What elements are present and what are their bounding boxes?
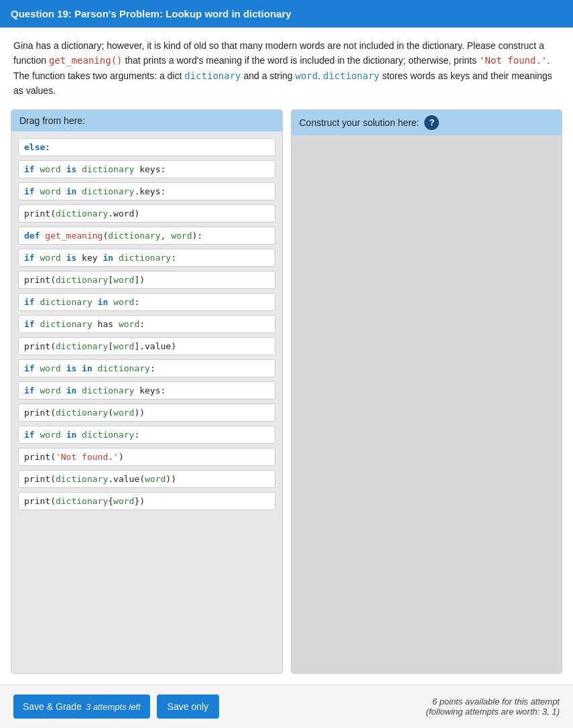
code-block-4[interactable]: def get_meaning(dictionary, word): — [18, 227, 275, 245]
code-block-14[interactable]: print('Not found.') — [18, 448, 275, 466]
code-block-2[interactable]: if word in dictionary.keys: — [18, 182, 275, 200]
code-block-10[interactable]: if word is in dictionary: — [18, 359, 275, 377]
drag-panel: Drag from here: else: if word is diction… — [11, 109, 283, 674]
code-block-15[interactable]: print(dictionary.value(word)) — [18, 470, 275, 488]
code-block-5[interactable]: if word is key in dictionary: — [18, 249, 275, 267]
desc-code1: get_meaning() — [49, 55, 123, 66]
save-grade-label: Save & Grade — [23, 701, 82, 712]
drag-panel-title: Drag from here: — [19, 115, 85, 126]
code-block-13[interactable]: if word in dictionary: — [18, 426, 275, 444]
solution-panel-title: Construct your solution here: — [300, 117, 420, 128]
desc-text5: . — [318, 70, 323, 81]
code-block-8[interactable]: if dictionary has word: — [18, 315, 275, 333]
question-description: Gina has a dictionary; however, it is ki… — [0, 27, 573, 109]
code-block-1[interactable]: if word is dictionary keys: — [18, 160, 275, 178]
solution-panel: Construct your solution here: ? — [291, 109, 563, 674]
points-info2: (following attempts are worth: 3, 1) — [426, 707, 560, 717]
page-wrapper: Question 19: Parson's Problem: Lookup wo… — [0, 0, 573, 728]
save-only-label: Save only — [168, 701, 208, 712]
code-block-3[interactable]: print(dictionary.word) — [18, 204, 275, 223]
save-grade-button[interactable]: Save & Grade 3 attempts left — [13, 694, 150, 719]
desc-var1: dictionary — [184, 70, 241, 81]
question-title: Question 19: Parson's Problem: Lookup wo… — [11, 8, 292, 19]
desc-var3: dictionary — [323, 70, 379, 81]
help-button[interactable]: ? — [424, 115, 439, 130]
desc-text4: and a string — [241, 70, 296, 81]
code-block-9[interactable]: print(dictionary[word].value) — [18, 337, 275, 355]
drag-panel-body: else: if word is dictionary keys: if wor… — [11, 131, 282, 673]
save-only-button[interactable]: Save only — [157, 694, 219, 719]
code-block-6[interactable]: print(dictionary[word]) — [18, 271, 275, 289]
drag-panel-header: Drag from here: — [11, 110, 282, 131]
solution-panel-body[interactable] — [292, 135, 562, 673]
panels-area: Drag from here: else: if word is diction… — [0, 109, 573, 684]
footer-right: 6 points available for this attempt (fol… — [426, 696, 560, 717]
desc-text2: that prints a word's meaning if the word… — [123, 55, 480, 66]
footer-left: Save & Grade 3 attempts left Save only — [13, 694, 219, 719]
code-block-7[interactable]: if dictionary in word: — [18, 293, 275, 311]
footer: Save & Grade 3 attempts left Save only 6… — [0, 684, 573, 728]
attempts-label: 3 attempts left — [86, 702, 141, 712]
desc-var2: word — [295, 70, 318, 81]
desc-string1: 'Not found.' — [479, 55, 547, 66]
solution-panel-header: Construct your solution here: ? — [292, 110, 562, 135]
points-info: 6 points available for this attempt — [426, 696, 560, 707]
code-block-12[interactable]: print(dictionary(word)) — [18, 404, 275, 422]
code-block-0[interactable]: else: — [18, 138, 275, 156]
code-block-11[interactable]: if word in dictionary keys: — [18, 381, 275, 400]
code-block-16[interactable]: print(dictionary{word}) — [18, 492, 275, 510]
question-header: Question 19: Parson's Problem: Lookup wo… — [0, 0, 573, 27]
